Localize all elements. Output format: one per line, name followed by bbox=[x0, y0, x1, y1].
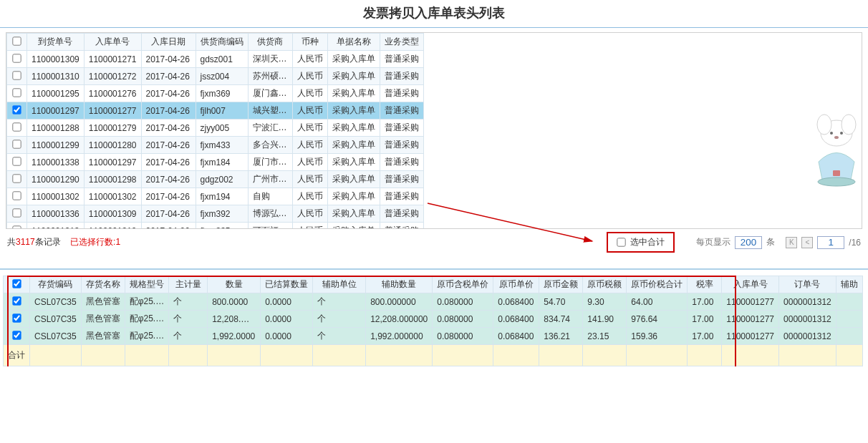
cell: 配φ25.… bbox=[125, 328, 168, 345]
cell: 深圳天… bbox=[248, 51, 292, 68]
row-checkbox[interactable] bbox=[12, 174, 21, 182]
top-col-header[interactable]: 到货单号 bbox=[27, 34, 85, 51]
table-row[interactable]: CSL07C35黑色管塞配φ25.…个800.00000.0000个800.00… bbox=[4, 293, 863, 311]
cell: 1100001279 bbox=[84, 120, 141, 137]
cell: 141.90 bbox=[583, 311, 627, 328]
row-checkbox[interactable] bbox=[12, 71, 21, 79]
cell: 1100001336 bbox=[27, 205, 85, 223]
bot-col-header[interactable]: 辅助 bbox=[836, 276, 862, 293]
bot-col-header[interactable]: 存货名称 bbox=[81, 276, 125, 293]
bot-col-header[interactable]: 入库单号 bbox=[722, 276, 779, 293]
cell: 个 bbox=[169, 293, 208, 311]
cell: 2017-04-26 bbox=[141, 188, 196, 205]
row-checkbox[interactable] bbox=[12, 313, 21, 322]
cell: zjyy005 bbox=[196, 120, 248, 137]
bot-col-header[interactable]: 订单号 bbox=[779, 276, 836, 293]
cell: 人民币 bbox=[292, 68, 327, 85]
cell: 1100001276 bbox=[84, 85, 141, 102]
top-table-container: 到货单号入库单号入库日期供货商编码供货商币种单据名称业务类型1100001309… bbox=[6, 32, 862, 229]
row-checkbox[interactable] bbox=[12, 296, 21, 305]
cell: 个 bbox=[169, 328, 208, 345]
cell: 0.068400 bbox=[493, 311, 539, 328]
top-col-header[interactable]: 供货商 bbox=[248, 34, 292, 51]
select-all-checkbox[interactable] bbox=[12, 279, 21, 288]
row-checkbox[interactable] bbox=[12, 140, 21, 148]
table-row[interactable]: 110000129011000012982017-04-26gdgz002广州市… bbox=[7, 171, 424, 188]
cell: 1100001338 bbox=[27, 154, 85, 171]
cell: 64.00 bbox=[627, 293, 688, 311]
bot-col-header[interactable]: 主计量 bbox=[169, 276, 208, 293]
row-checkbox[interactable] bbox=[12, 122, 21, 131]
table-row[interactable]: CSL07C35黑色管塞配φ25.…个1,992.00000.0000个1,99… bbox=[4, 328, 863, 345]
row-checkbox[interactable] bbox=[12, 208, 21, 217]
table-row[interactable]: 110000131011000012722017-04-26jssz004苏州硕… bbox=[7, 68, 424, 85]
svg-point-4 bbox=[840, 132, 843, 135]
cell: 个 bbox=[313, 311, 366, 328]
cell: 普通采购 bbox=[380, 51, 423, 68]
page-total: /16 bbox=[849, 238, 861, 248]
page-prev-button[interactable]: < bbox=[801, 237, 813, 248]
table-row[interactable]: 110000133811000012972017-04-26fjxm184厦门市… bbox=[7, 154, 424, 171]
row-checkbox[interactable] bbox=[12, 191, 21, 200]
table-row[interactable]: 110000129511000012762017-04-26fjxm369厦门鑫… bbox=[7, 85, 424, 102]
bot-col-header[interactable]: 数量 bbox=[208, 276, 261, 293]
bot-col-header[interactable]: 存货编码 bbox=[30, 276, 82, 293]
cell: 136.21 bbox=[539, 328, 583, 345]
select-all-checkbox[interactable] bbox=[12, 36, 21, 45]
bot-col-header[interactable]: 规格型号 bbox=[125, 276, 168, 293]
svg-rect-7 bbox=[833, 170, 840, 176]
bot-col-header[interactable]: 原币税额 bbox=[583, 276, 627, 293]
cell: 1100001297 bbox=[84, 154, 141, 171]
row-checkbox[interactable] bbox=[12, 157, 21, 165]
cell: 普通采购 bbox=[380, 205, 423, 223]
bot-col-header[interactable]: 辅助单位 bbox=[313, 276, 366, 293]
row-checkbox[interactable] bbox=[12, 88, 21, 97]
top-col-header[interactable]: 业务类型 bbox=[380, 34, 423, 51]
bot-col-header[interactable]: 已结算数量 bbox=[261, 276, 313, 293]
cell: 普通采购 bbox=[380, 154, 423, 171]
top-col-header[interactable]: 入库单号 bbox=[84, 34, 141, 51]
bot-col-header[interactable]: 原币含税单价 bbox=[433, 276, 493, 293]
cell: 800.0000 bbox=[208, 293, 261, 311]
cell: 1100001313 bbox=[27, 223, 85, 230]
table-row[interactable]: 110000131311000013102017-04-26fjxm335可百福… bbox=[7, 223, 424, 230]
bot-col-header[interactable]: 原币价税合计 bbox=[627, 276, 688, 293]
table-row[interactable]: 110000128811000012792017-04-26zjyy005宁波汇… bbox=[7, 120, 424, 137]
top-col-header[interactable]: 供货商编码 bbox=[196, 34, 248, 51]
top-col-header[interactable]: 入库日期 bbox=[141, 34, 196, 51]
cell: 1,992.0000 bbox=[208, 328, 261, 345]
cell: 可百福… bbox=[248, 223, 292, 230]
table-row[interactable]: 110000130211000013022017-04-26fjxm194自购人… bbox=[7, 188, 424, 205]
page-first-button[interactable]: K bbox=[786, 237, 797, 248]
bot-col-header[interactable]: 原币单价 bbox=[493, 276, 539, 293]
cell: 宁波汇… bbox=[248, 120, 292, 137]
bot-col-header[interactable]: 税率 bbox=[688, 276, 722, 293]
row-checkbox[interactable] bbox=[12, 54, 21, 62]
cell: 1100001297 bbox=[27, 102, 85, 120]
table-row[interactable]: 110000129711000012772017-04-26fjlh007城兴塑… bbox=[7, 102, 424, 120]
cell: 2017-04-26 bbox=[141, 68, 196, 85]
top-col-header[interactable]: 单据名称 bbox=[327, 34, 380, 51]
table-row[interactable]: CSL07C35黑色管塞配φ25.…个12,208.…0.0000个12,208… bbox=[4, 311, 863, 328]
cell: 人民币 bbox=[292, 171, 327, 188]
table-row[interactable]: 110000130911000012712017-04-26gdsz001深圳天… bbox=[7, 51, 424, 68]
cell: 0.0000 bbox=[261, 293, 313, 311]
cell: 采购入库单 bbox=[327, 137, 380, 154]
cell: 1100001277 bbox=[722, 328, 779, 345]
bot-col-header[interactable]: 原币金额 bbox=[539, 276, 583, 293]
bot-col-header[interactable]: 辅助数量 bbox=[366, 276, 433, 293]
cell: 人民币 bbox=[292, 154, 327, 171]
cell: 采购入库单 bbox=[327, 51, 380, 68]
row-checkbox[interactable] bbox=[12, 331, 21, 339]
cell: 普通采购 bbox=[380, 68, 423, 85]
table-row[interactable]: 110000133611000013092017-04-26fjxm392博源弘… bbox=[7, 205, 424, 223]
top-col-header[interactable]: 币种 bbox=[292, 34, 327, 51]
cell: 采购入库单 bbox=[327, 171, 380, 188]
cell: 2017-04-26 bbox=[141, 120, 196, 137]
row-checkbox[interactable] bbox=[12, 105, 21, 114]
table-row[interactable]: 110000129911000012802017-04-26fjxm433多合兴… bbox=[7, 137, 424, 154]
select-sum-checkbox[interactable] bbox=[617, 238, 625, 246]
page-input[interactable] bbox=[817, 236, 844, 249]
row-checkbox[interactable] bbox=[12, 225, 21, 229]
per-page-input[interactable] bbox=[735, 236, 762, 249]
